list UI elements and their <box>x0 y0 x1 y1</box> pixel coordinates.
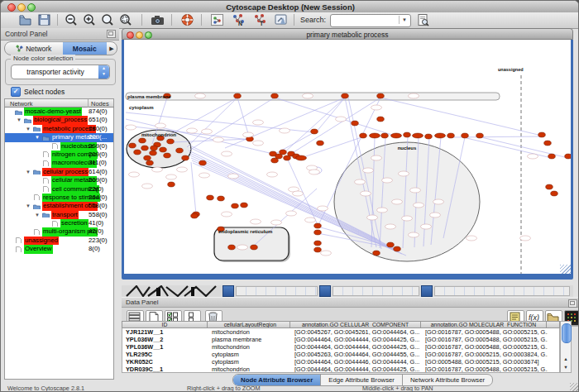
tree-row[interactable]: Overview8(0) <box>5 245 113 253</box>
import-table-icon[interactable]: T <box>252 13 266 26</box>
tab-mosaic[interactable]: Mosaic <box>63 42 107 55</box>
tree-row[interactable]: ▼transport558(0) <box>5 211 113 219</box>
network-node[interactable] <box>551 191 558 196</box>
table-column-header[interactable]: annotation.GO CELLULAR_COMPONENT <box>290 321 421 328</box>
table-cell[interactable]: [GO:0016787, GO:0005488, GO:0005215, G..… <box>422 343 548 351</box>
tree-row[interactable]: secretion41(0) <box>5 219 113 227</box>
tree-row-label[interactable]: transport <box>51 211 79 219</box>
network-node[interactable] <box>146 160 154 165</box>
tree-row-label[interactable]: mosaic-demo-yeast <box>24 108 82 116</box>
network-node[interactable] <box>280 150 287 155</box>
network-node[interactable] <box>544 141 552 146</box>
network-node[interactable] <box>538 132 546 137</box>
table-row[interactable]: YLR295Ccytoplasm[GO:0045263, GO:0044464,… <box>122 351 559 358</box>
background-window-fragment[interactable] <box>333 286 419 296</box>
network-tree-header[interactable]: Network Nodes <box>4 98 114 108</box>
search-field[interactable] <box>333 16 399 26</box>
float-panel-icon[interactable] <box>107 30 116 38</box>
expand-arrow-icon[interactable]: ▼ <box>26 203 31 209</box>
table-cell[interactable]: [GO:0044464, GO:0044446, GO:0044444, G..… <box>291 358 422 366</box>
tree-row[interactable]: macromolecule311(0) <box>5 159 113 167</box>
network-node[interactable] <box>129 143 136 148</box>
tree-row[interactable]: ▼metabolic process280(0) <box>5 125 113 133</box>
table-cell[interactable]: [GO:0016787, GO:0005488, GO:0005215, G..… <box>422 336 548 343</box>
table-cell[interactable]: YPL036W__2 <box>122 336 208 343</box>
network-node[interactable] <box>150 151 157 155</box>
table-cell[interactable]: cytoplasm <box>208 358 291 366</box>
tree-row[interactable]: response to stimulu264(0) <box>5 194 113 202</box>
expand-arrow-icon[interactable]: ▼ <box>17 117 22 123</box>
table-cell[interactable]: plasma membrane <box>208 336 291 343</box>
tree-row[interactable]: unassigned223(0) <box>5 237 113 245</box>
expand-arrow-icon[interactable]: ▼ <box>26 170 31 175</box>
network-node[interactable] <box>317 141 324 146</box>
network-node[interactable] <box>271 93 279 98</box>
zoom-fit-icon[interactable] <box>101 13 115 26</box>
network-node[interactable] <box>425 134 433 139</box>
network-node[interactable] <box>241 203 248 208</box>
network-node[interactable] <box>314 241 322 246</box>
background-window-fragment[interactable] <box>434 286 570 296</box>
network-node[interactable] <box>141 146 149 151</box>
table-scrollbar[interactable]: ▲ ▼ <box>560 321 572 373</box>
table-cell[interactable]: YPL036W__1 <box>122 343 208 351</box>
table-cell[interactable]: cytoplasm <box>208 351 291 358</box>
tree-row[interactable]: nitrogen compo209(0) <box>5 151 113 159</box>
network-node[interactable] <box>139 138 146 143</box>
expand-arrow-icon[interactable]: ▼ <box>26 127 31 132</box>
tree-row[interactable]: multi-organism pro42(0) <box>5 227 113 236</box>
zoom-in-icon[interactable] <box>83 13 97 26</box>
table-cell[interactable]: [GO:0045267, GO:0045261, GO:0044464, G..… <box>291 328 422 336</box>
network-node[interactable] <box>391 133 402 138</box>
scroll-up-icon[interactable]: ▲ <box>562 355 570 363</box>
table-cell[interactable]: [GO:0045263, GO:0044464, GO:0044455, G..… <box>291 351 422 358</box>
network-node[interactable] <box>151 146 158 151</box>
tree-row-label[interactable]: cellular process <box>42 168 89 176</box>
network-node[interactable] <box>144 155 151 160</box>
import-network-icon[interactable]: N <box>231 13 245 26</box>
network-node[interactable] <box>234 93 242 98</box>
network-node[interactable] <box>394 246 401 251</box>
table-row[interactable]: YKR052Ccytoplasm[GO:0044464, GO:0044446,… <box>122 358 559 366</box>
network-node[interactable] <box>462 133 469 138</box>
zoom-selected-icon[interactable] <box>119 13 133 26</box>
tree-col-nodes[interactable]: Nodes <box>91 100 109 108</box>
table-cell[interactable]: YDR039C__1 <box>122 366 208 373</box>
more-tabs-arrow-icon[interactable]: ▶ <box>107 42 117 55</box>
network-node[interactable] <box>167 139 175 144</box>
network-node[interactable] <box>435 133 446 138</box>
snapshot-icon[interactable] <box>151 13 165 26</box>
network-node[interactable] <box>134 150 141 155</box>
table-column-header[interactable]: ID <box>122 321 208 328</box>
table-cell[interactable]: [GO:0044464, GO:0044444, GO:0044425, G..… <box>291 343 422 351</box>
network-node[interactable] <box>565 154 571 159</box>
network-node[interactable] <box>381 133 389 138</box>
network-node[interactable] <box>404 132 411 137</box>
table-row[interactable]: YPL036W__2plasma membrane[GO:0044464, GO… <box>122 336 559 343</box>
network-node[interactable] <box>311 129 318 134</box>
background-window-edge[interactable] <box>319 285 331 297</box>
tree-row[interactable]: ▼primary metabo209(... <box>5 133 113 141</box>
tree-row[interactable]: mosaic-demo-yeast874(0) <box>5 108 113 116</box>
tree-row[interactable]: ▼cellular process614(0) <box>5 168 113 176</box>
window-titlebar[interactable]: Cytoscape Desktop (New Session) <box>1 1 579 13</box>
table-cell[interactable]: [GO:0044464, GO:0044444, GO:0044425, G..… <box>291 366 422 373</box>
network-node[interactable] <box>191 213 199 218</box>
table-row[interactable]: YPL036W__1mitochondrion[GO:0044464, GO:0… <box>122 343 559 351</box>
node-color-dropdown[interactable]: transporter activity ▲▼ <box>11 65 110 79</box>
network-node[interactable] <box>548 154 556 159</box>
network-node[interactable] <box>314 247 322 252</box>
view-resize-grip[interactable] <box>560 265 571 274</box>
tree-row[interactable]: nucleobase-209(0) <box>5 142 113 151</box>
network-node[interactable] <box>296 155 307 160</box>
tree-row-label[interactable]: secretion <box>60 219 89 227</box>
save-session-icon[interactable] <box>37 13 51 26</box>
network-node[interactable] <box>160 147 167 152</box>
network-node[interactable] <box>314 223 322 228</box>
table-cell[interactable]: mitochondrion <box>208 366 291 373</box>
vizmapper-icon[interactable] <box>274 13 288 26</box>
network-node[interactable] <box>342 93 349 98</box>
select-nodes-checkbox[interactable]: ✓ <box>11 87 21 97</box>
network-window-titlebar[interactable]: primary metabolic process <box>122 28 573 40</box>
network-node[interactable] <box>546 184 553 189</box>
